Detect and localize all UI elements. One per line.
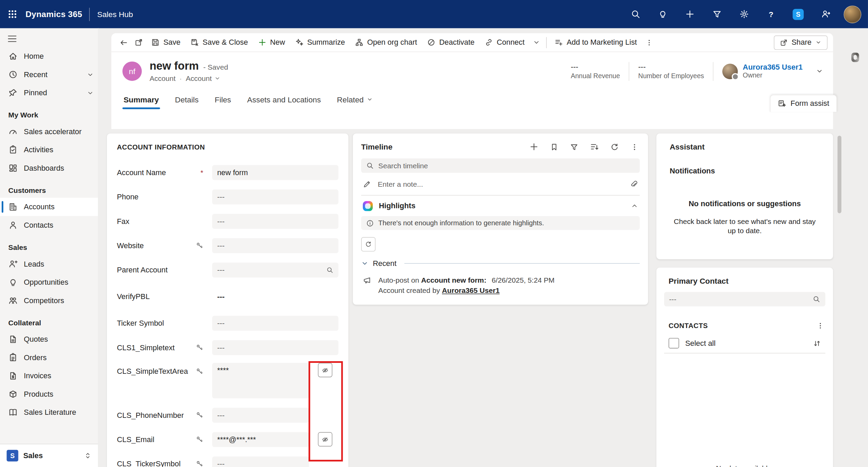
highlights-row[interactable]: Highlights: [361, 196, 640, 216]
products-icon: [8, 390, 18, 399]
summarize-button[interactable]: Summarize: [290, 34, 350, 50]
tab-details[interactable]: Details: [172, 90, 202, 110]
lookup-search-icon[interactable]: [326, 266, 333, 273]
post-user-link[interactable]: Aurora365 User1: [442, 286, 500, 295]
filter-icon[interactable]: [707, 4, 727, 24]
sidebar-item-accounts[interactable]: Accounts: [0, 198, 98, 216]
quick-create-plus-icon[interactable]: [680, 4, 699, 24]
sidebar-item-quotes[interactable]: Quotes: [0, 330, 98, 349]
timeline-sort-icon[interactable]: [589, 141, 600, 152]
sidebar-item-sales-accelerator[interactable]: Sales accelerator: [0, 123, 98, 141]
field-value: new form: [217, 168, 248, 176]
new-button[interactable]: New: [253, 34, 290, 50]
form-assist-button[interactable]: Form assist: [770, 95, 837, 112]
sort-arrows-icon[interactable]: [813, 339, 821, 347]
vertical-scrollbar[interactable]: [838, 136, 841, 213]
reveal-simpletextarea-button[interactable]: [318, 363, 332, 377]
note-input[interactable]: Enter a note...: [378, 180, 623, 188]
app-brand[interactable]: Dynamics 365: [26, 10, 82, 19]
sidebar-item-dashboards[interactable]: Dashboards: [0, 159, 98, 178]
open-org-chart-button[interactable]: Open org chart: [350, 34, 422, 50]
sidebar-item-label: Pinned: [24, 89, 47, 97]
tab-summary[interactable]: Summary: [120, 90, 162, 110]
sidebar-item-recent[interactable]: Recent: [0, 65, 98, 84]
tab-assets-and-locations[interactable]: Assets and Locations: [244, 90, 324, 110]
timeline-add-icon[interactable]: [528, 141, 539, 152]
field-value: ---: [217, 193, 225, 201]
tab-related[interactable]: Related: [333, 90, 376, 110]
contacts-more-ellipsis-icon[interactable]: [815, 321, 825, 331]
cls-simpletextarea-input[interactable]: ****: [212, 363, 309, 398]
chevron-down-icon[interactable]: [87, 89, 94, 96]
save-and-close-button[interactable]: Save & Close: [185, 34, 253, 50]
back-button[interactable]: [116, 34, 131, 50]
ticker-symbol-input[interactable]: ---: [212, 315, 339, 330]
timeline-filter-icon[interactable]: [569, 142, 580, 152]
sidebar-item-label: Accounts: [24, 203, 55, 211]
hamburger-menu-icon[interactable]: [8, 35, 98, 43]
sidebar-item-orders[interactable]: Orders: [0, 349, 98, 367]
paperclip-icon[interactable]: [630, 180, 638, 188]
employees-stat[interactable]: --- Number of Employees: [638, 62, 704, 80]
skype-tile: S: [793, 9, 803, 19]
connect-button[interactable]: Connect: [480, 34, 530, 50]
account-name-input[interactable]: new form: [212, 165, 339, 180]
sidebar-item-products[interactable]: Products: [0, 385, 98, 404]
waffle-menu-icon[interactable]: [2, 4, 22, 24]
sidebar-item-opportunities[interactable]: Opportunities: [0, 273, 98, 292]
search-icon[interactable]: [625, 4, 645, 24]
skype-icon[interactable]: S: [788, 4, 808, 24]
cls-email-input[interactable]: ****@***.***: [212, 432, 309, 447]
primary-contact-lookup[interactable]: ---: [664, 292, 825, 306]
sidebar-item-contacts[interactable]: Contacts: [0, 216, 98, 235]
profile-avatar[interactable]: [842, 4, 862, 24]
highlights-refresh-button[interactable]: [361, 237, 375, 252]
share-button[interactable]: Share: [774, 35, 827, 49]
timeline-post[interactable]: Auto-post on Account new form: 6/26/2025…: [361, 275, 640, 296]
recent-section-header[interactable]: Recent: [361, 259, 640, 267]
owner-name-link[interactable]: Aurora365 User1: [743, 63, 802, 71]
sidebar-item-competitors[interactable]: Competitors: [0, 292, 98, 310]
timeline-bookmark-icon[interactable]: [549, 142, 559, 152]
sidebar-item-pinned[interactable]: Pinned: [0, 84, 98, 102]
save-button[interactable]: Save: [146, 34, 185, 50]
open-in-new-window-icon[interactable]: [131, 34, 146, 50]
chevron-down-icon[interactable]: [87, 71, 94, 78]
lookup-search-icon[interactable]: [813, 295, 821, 303]
settings-gear-icon[interactable]: [734, 4, 754, 24]
deactivate-button[interactable]: Deactivate: [422, 34, 479, 50]
fax-input[interactable]: ---: [212, 214, 339, 229]
cls1-simpletext-input[interactable]: ---: [212, 340, 339, 355]
sidebar-item-home[interactable]: Home: [0, 47, 98, 66]
lightbulb-icon[interactable]: [653, 4, 672, 24]
timeline-search-input[interactable]: Search timeline: [361, 158, 640, 173]
timeline-more-ellipsis-icon[interactable]: [629, 142, 640, 152]
tab-files[interactable]: Files: [211, 90, 234, 110]
help-icon[interactable]: ?: [761, 4, 781, 24]
sidebar-item-leads[interactable]: Leads: [0, 255, 98, 273]
parent-account-lookup[interactable]: ---: [212, 262, 339, 277]
reveal-email-button[interactable]: [318, 432, 332, 447]
owner-field[interactable]: Aurora365 User1 Owner: [722, 63, 802, 79]
user-account-icon[interactable]: [815, 4, 835, 24]
cls-phonenumber-input[interactable]: ---: [212, 408, 309, 423]
add-to-marketing-list-button[interactable]: Add to Marketing List: [550, 34, 642, 50]
copilot-pane-icon[interactable]: [848, 50, 863, 64]
sidebar-item-activities[interactable]: Activities: [0, 141, 98, 159]
sidebar-item-invoices[interactable]: Invoices: [0, 367, 98, 385]
avatar: [844, 5, 862, 23]
command-overflow-chevron-icon[interactable]: [529, 34, 543, 50]
sidebar-item-sales-literature[interactable]: Sales Literature: [0, 403, 98, 422]
select-all-checkbox[interactable]: [669, 338, 679, 349]
timeline-refresh-icon[interactable]: [609, 142, 620, 152]
app-name[interactable]: Sales Hub: [97, 10, 133, 18]
cls-tickersymbol-input[interactable]: ---: [212, 456, 309, 467]
collapse-header-chevron-icon[interactable]: [816, 68, 823, 75]
form-selector[interactable]: Account: [186, 74, 220, 82]
area-switcher[interactable]: S Sales: [0, 444, 98, 467]
more-commands-ellipsis-icon[interactable]: [642, 34, 656, 50]
phone-input[interactable]: ---: [212, 189, 339, 204]
chevron-up-icon[interactable]: [631, 202, 638, 209]
annual-revenue-stat[interactable]: --- Annual Revenue: [571, 62, 620, 80]
website-input[interactable]: ---: [212, 238, 339, 253]
